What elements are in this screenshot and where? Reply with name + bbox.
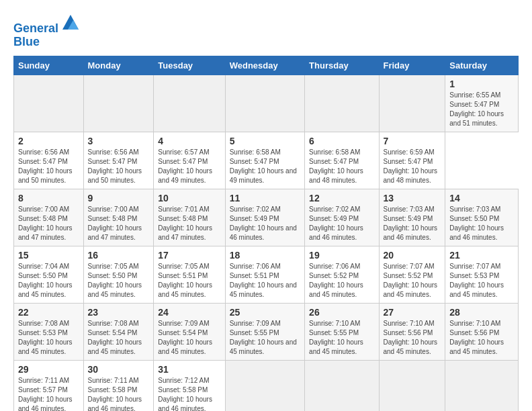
calendar-cell: 20 Sunrise: 7:07 AMSunset: 5:52 PMDaylig…	[379, 246, 445, 303]
day-number: 6	[309, 136, 374, 146]
calendar-cell	[305, 75, 379, 132]
header-row: SundayMondayTuesdayWednesdayThursdayFrid…	[14, 56, 519, 75]
day-detail: Sunrise: 6:56 AMSunset: 5:47 PMDaylight:…	[18, 148, 73, 184]
calendar-cell: 3 Sunrise: 6:56 AMSunset: 5:47 PMDayligh…	[83, 132, 154, 189]
day-detail: Sunrise: 7:10 AMSunset: 5:56 PMDaylight:…	[384, 320, 438, 355]
week-row: 1 Sunrise: 6:55 AMSunset: 5:47 PMDayligh…	[14, 75, 519, 132]
day-detail: Sunrise: 7:03 AMSunset: 5:49 PMDaylight:…	[384, 205, 438, 241]
calendar-cell: 30 Sunrise: 7:11 AMSunset: 5:58 PMDaylig…	[83, 360, 154, 411]
calendar-cell	[379, 75, 445, 132]
calendar-cell: 27 Sunrise: 7:10 AMSunset: 5:56 PMDaylig…	[379, 303, 445, 360]
day-detail: Sunrise: 7:02 AMSunset: 5:49 PMDaylight:…	[309, 205, 363, 241]
day-number: 29	[18, 364, 79, 375]
calendar-cell: 6 Sunrise: 6:58 AMSunset: 5:47 PMDayligh…	[305, 132, 379, 189]
day-number: 7	[384, 136, 441, 146]
calendar-cell: 31 Sunrise: 7:12 AMSunset: 5:58 PMDaylig…	[154, 360, 225, 411]
day-detail: Sunrise: 7:00 AMSunset: 5:48 PMDaylight:…	[18, 205, 73, 241]
logo-blue: Blue	[13, 35, 40, 48]
calendar-cell: 15 Sunrise: 7:04 AMSunset: 5:50 PMDaylig…	[14, 246, 84, 303]
day-detail: Sunrise: 6:59 AMSunset: 5:47 PMDaylight:…	[384, 148, 438, 184]
day-number: 31	[158, 364, 220, 375]
day-number: 27	[384, 307, 441, 318]
day-number: 24	[158, 307, 220, 318]
logo-text: General Blue	[13, 13, 80, 49]
calendar-cell: 16 Sunrise: 7:05 AMSunset: 5:50 PMDaylig…	[83, 246, 154, 303]
logo-icon	[61, 13, 80, 32]
calendar-cell: 17 Sunrise: 7:05 AMSunset: 5:51 PMDaylig…	[154, 246, 225, 303]
calendar-cell: 21 Sunrise: 7:07 AMSunset: 5:53 PMDaylig…	[445, 246, 519, 303]
day-detail: Sunrise: 6:56 AMSunset: 5:47 PMDaylight:…	[88, 148, 142, 184]
col-header-tuesday: Tuesday	[154, 56, 225, 75]
day-number: 30	[88, 364, 150, 375]
day-detail: Sunrise: 7:03 AMSunset: 5:50 PMDaylight:…	[449, 205, 504, 241]
day-detail: Sunrise: 7:11 AMSunset: 5:58 PMDaylight:…	[88, 377, 142, 411]
day-detail: Sunrise: 7:02 AMSunset: 5:49 PMDaylight:…	[230, 205, 297, 241]
logo: General Blue	[13, 13, 80, 49]
day-detail: Sunrise: 7:07 AMSunset: 5:52 PMDaylight:…	[384, 263, 438, 298]
day-number: 20	[384, 250, 441, 261]
calendar-cell: 7 Sunrise: 6:59 AMSunset: 5:47 PMDayligh…	[379, 132, 445, 189]
day-detail: Sunrise: 7:09 AMSunset: 5:55 PMDaylight:…	[230, 320, 297, 355]
calendar-cell: 14 Sunrise: 7:03 AMSunset: 5:50 PMDaylig…	[445, 189, 519, 246]
day-detail: Sunrise: 7:07 AMSunset: 5:53 PMDaylight:…	[449, 263, 504, 298]
day-number: 18	[230, 250, 300, 261]
calendar-cell	[225, 75, 304, 132]
day-number: 17	[158, 250, 220, 261]
calendar-cell: 23 Sunrise: 7:08 AMSunset: 5:54 PMDaylig…	[83, 303, 154, 360]
day-detail: Sunrise: 7:11 AMSunset: 5:57 PMDaylight:…	[18, 377, 73, 411]
week-row: 2 Sunrise: 6:56 AMSunset: 5:47 PMDayligh…	[14, 132, 519, 189]
calendar-cell: 13 Sunrise: 7:03 AMSunset: 5:49 PMDaylig…	[379, 189, 445, 246]
day-number: 26	[309, 307, 374, 318]
col-header-friday: Friday	[379, 56, 445, 75]
calendar-cell	[154, 75, 225, 132]
calendar-cell: 19 Sunrise: 7:06 AMSunset: 5:52 PMDaylig…	[305, 246, 379, 303]
calendar-table: SundayMondayTuesdayWednesdayThursdayFrid…	[13, 56, 519, 411]
day-number: 10	[158, 193, 220, 203]
day-detail: Sunrise: 7:05 AMSunset: 5:50 PMDaylight:…	[88, 263, 142, 298]
day-number: 15	[18, 250, 79, 261]
day-number: 1	[449, 79, 514, 89]
calendar-cell: 29 Sunrise: 7:11 AMSunset: 5:57 PMDaylig…	[14, 360, 84, 411]
day-detail: Sunrise: 7:09 AMSunset: 5:54 PMDaylight:…	[158, 320, 212, 355]
day-number: 14	[449, 193, 514, 203]
col-header-monday: Monday	[83, 56, 154, 75]
calendar-cell: 12 Sunrise: 7:02 AMSunset: 5:49 PMDaylig…	[305, 189, 379, 246]
logo-general: General	[13, 21, 58, 35]
day-detail: Sunrise: 7:05 AMSunset: 5:51 PMDaylight:…	[158, 263, 212, 298]
calendar-cell: 25 Sunrise: 7:09 AMSunset: 5:55 PMDaylig…	[225, 303, 304, 360]
col-header-wednesday: Wednesday	[225, 56, 304, 75]
day-detail: Sunrise: 7:06 AMSunset: 5:52 PMDaylight:…	[309, 263, 363, 298]
day-number: 25	[230, 307, 300, 318]
day-number: 9	[88, 193, 150, 203]
day-detail: Sunrise: 7:08 AMSunset: 5:53 PMDaylight:…	[18, 320, 73, 355]
calendar-cell: 9 Sunrise: 7:00 AMSunset: 5:48 PMDayligh…	[83, 189, 154, 246]
calendar-cell: 28 Sunrise: 7:10 AMSunset: 5:56 PMDaylig…	[445, 303, 519, 360]
calendar-cell: 2 Sunrise: 6:56 AMSunset: 5:47 PMDayligh…	[14, 132, 84, 189]
calendar-cell: 10 Sunrise: 7:01 AMSunset: 5:48 PMDaylig…	[154, 189, 225, 246]
calendar-cell	[225, 360, 304, 411]
day-number: 13	[384, 193, 441, 203]
calendar-cell	[305, 360, 379, 411]
calendar-cell: 22 Sunrise: 7:08 AMSunset: 5:53 PMDaylig…	[14, 303, 84, 360]
day-number: 12	[309, 193, 374, 203]
day-detail: Sunrise: 6:55 AMSunset: 5:47 PMDaylight:…	[449, 91, 504, 127]
day-number: 2	[18, 136, 79, 146]
calendar-cell	[83, 75, 154, 132]
calendar-cell	[379, 360, 445, 411]
day-detail: Sunrise: 7:12 AMSunset: 5:58 PMDaylight:…	[158, 377, 212, 411]
week-row: 22 Sunrise: 7:08 AMSunset: 5:53 PMDaylig…	[14, 303, 519, 360]
day-detail: Sunrise: 7:04 AMSunset: 5:50 PMDaylight:…	[18, 263, 73, 298]
day-detail: Sunrise: 7:08 AMSunset: 5:54 PMDaylight:…	[88, 320, 142, 355]
day-detail: Sunrise: 7:10 AMSunset: 5:56 PMDaylight:…	[449, 320, 504, 355]
day-detail: Sunrise: 7:06 AMSunset: 5:51 PMDaylight:…	[230, 263, 297, 298]
day-number: 8	[18, 193, 79, 203]
day-detail: Sunrise: 6:58 AMSunset: 5:47 PMDaylight:…	[309, 148, 363, 184]
calendar-cell: 24 Sunrise: 7:09 AMSunset: 5:54 PMDaylig…	[154, 303, 225, 360]
day-detail: Sunrise: 7:01 AMSunset: 5:48 PMDaylight:…	[158, 205, 212, 241]
col-header-thursday: Thursday	[305, 56, 379, 75]
week-row: 8 Sunrise: 7:00 AMSunset: 5:48 PMDayligh…	[14, 189, 519, 246]
day-number: 16	[88, 250, 150, 261]
calendar-cell: 26 Sunrise: 7:10 AMSunset: 5:55 PMDaylig…	[305, 303, 379, 360]
calendar-cell: 8 Sunrise: 7:00 AMSunset: 5:48 PMDayligh…	[14, 189, 84, 246]
week-row: 15 Sunrise: 7:04 AMSunset: 5:50 PMDaylig…	[14, 246, 519, 303]
